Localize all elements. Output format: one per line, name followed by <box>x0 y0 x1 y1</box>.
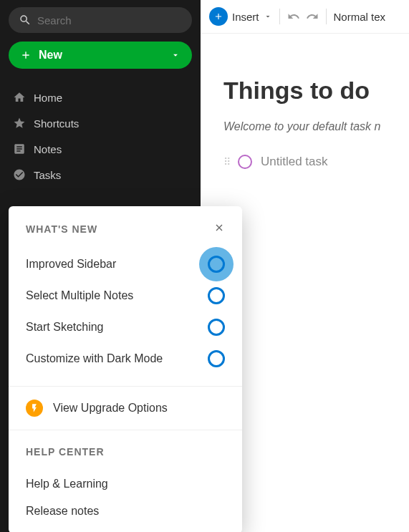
chevron-down-icon <box>170 50 181 60</box>
check-circle-icon <box>13 168 26 181</box>
radio-indicator[interactable] <box>208 287 225 304</box>
text-style-selector[interactable]: Normal tex <box>334 11 386 23</box>
help-item[interactable]: Release notes <box>26 498 225 525</box>
note-icon <box>13 142 26 155</box>
insert-label: Insert <box>232 11 259 23</box>
nav-notes[interactable]: Notes <box>9 136 192 162</box>
new-button[interactable]: New <box>9 42 192 69</box>
drag-handle-icon[interactable]: ⠿ <box>223 160 229 164</box>
plus-icon <box>20 49 32 61</box>
separator <box>326 9 327 24</box>
whats-new-item[interactable]: Customize with Dark Mode <box>26 343 225 374</box>
close-icon <box>213 222 225 233</box>
whats-new-item[interactable]: Improved Sidebar <box>26 248 225 280</box>
new-label: New <box>39 49 62 62</box>
page-title[interactable]: Things to do <box>223 77 409 105</box>
nav-home[interactable]: Home <box>9 84 192 110</box>
nav-label: Shortcuts <box>34 117 79 130</box>
nav-label: Notes <box>34 143 62 155</box>
chevron-down-icon <box>264 12 272 21</box>
nav-label: Home <box>34 92 62 104</box>
task-text[interactable]: Untitled task <box>261 155 328 169</box>
item-label: Start Sketching <box>26 321 104 334</box>
undo-icon[interactable] <box>287 10 300 23</box>
nav-tasks[interactable]: Tasks <box>9 162 192 188</box>
separator <box>279 9 280 24</box>
nav-label: Tasks <box>34 169 61 181</box>
lightning-icon <box>26 400 43 417</box>
search-input[interactable] <box>37 14 182 26</box>
plus-circle-icon <box>209 7 228 26</box>
task-checkbox[interactable] <box>238 155 252 169</box>
redo-icon[interactable] <box>306 10 319 23</box>
radio-indicator[interactable] <box>208 256 225 273</box>
toolbar: Insert Normal tex <box>201 0 409 34</box>
whats-new-item[interactable]: Start Sketching <box>26 311 225 343</box>
upgrade-label: View Upgrade Options <box>53 402 168 415</box>
search-icon <box>19 14 32 26</box>
star-icon <box>13 117 26 130</box>
home-icon <box>13 91 26 104</box>
upgrade-button[interactable]: View Upgrade Options <box>9 387 242 430</box>
help-item[interactable]: Help & Learning <box>26 470 225 498</box>
whats-new-popup: WHAT'S NEW Improved Sidebar Select Multi… <box>9 206 242 532</box>
item-label: Customize with Dark Mode <box>26 352 163 365</box>
task-row[interactable]: ⠿ Untitled task <box>223 155 409 169</box>
whats-new-item[interactable]: Select Multiple Notes <box>26 280 225 311</box>
nav-shortcuts[interactable]: Shortcuts <box>9 110 192 136</box>
radio-indicator[interactable] <box>208 319 225 336</box>
whats-new-heading: WHAT'S NEW <box>26 223 97 235</box>
item-label: Select Multiple Notes <box>26 289 133 302</box>
item-label: Improved Sidebar <box>26 258 116 271</box>
welcome-text: Welcome to your default task n <box>223 120 409 133</box>
search-box[interactable] <box>9 7 192 33</box>
close-button[interactable] <box>213 222 225 236</box>
radio-indicator[interactable] <box>208 350 225 367</box>
insert-button[interactable]: Insert <box>209 7 272 26</box>
help-heading: HELP CENTER <box>26 446 105 458</box>
